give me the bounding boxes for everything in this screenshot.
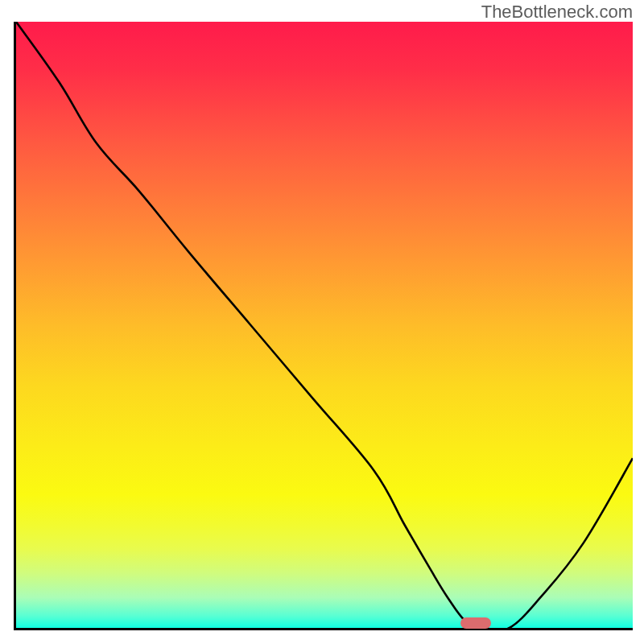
watermark-text: TheBottleneck.com [481, 2, 633, 23]
chart-plot-area [14, 22, 633, 630]
chart-marker [460, 617, 491, 629]
chart-gradient-background [16, 22, 633, 628]
